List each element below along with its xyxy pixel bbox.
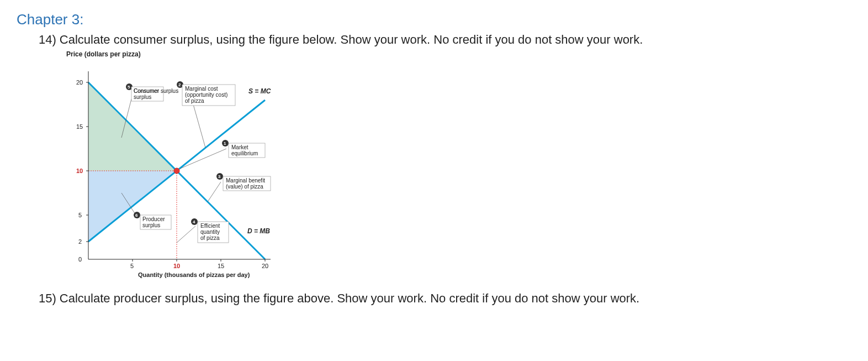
svg-text:20: 20 [262,263,268,269]
svg-text:5: 5 [130,263,134,269]
svg-text:equilibrium: equilibrium [231,150,258,156]
svg-text:Marginal benefit: Marginal benefit [226,177,265,184]
equilibrium-point [174,168,179,174]
callout-efficient-quantity: 4 Efficient quantity of pizza [177,218,229,243]
x-axis-title: Quantity (thousands of pizzas per day) [138,271,250,278]
svg-text:15: 15 [218,263,224,269]
svg-text:Market: Market [231,144,248,150]
figure-container: Price (dollars per pizza) 20 15 10 5 [66,50,851,281]
svg-text:10: 10 [76,168,83,174]
x-ticks: 5 10 15 20 [130,259,268,269]
supply-demand-chart: 20 15 10 5 2 0 5 10 15 20 Quantity (thou… [66,60,298,281]
question-15: 15)Calculate producer surplus, using the… [39,291,851,306]
chapter-heading: Chapter 3: [17,11,851,28]
svg-text:2: 2 [78,238,82,245]
svg-text:(value) of pizza: (value) of pizza [226,184,263,190]
svg-line-50 [177,226,195,243]
svg-text:2: 2 [178,82,181,87]
demand-label: D = MB [247,227,270,235]
q15-number: 15) [39,291,56,305]
svg-text:20: 20 [76,79,83,86]
q15-text: Calculate producer surplus, using the fi… [60,291,639,305]
svg-text:of pizza: of pizza [185,98,204,104]
question-14: 14)Calculate consumer surplus, using the… [39,33,851,47]
svg-text:(opportunity cost): (opportunity cost) [185,92,227,98]
svg-text:4: 4 [193,219,195,224]
q14-number: 14) [39,33,56,46]
svg-line-25 [193,104,205,148]
svg-text:Producer: Producer [142,216,165,222]
svg-line-38 [208,182,221,202]
svg-text:surplus: surplus [142,222,160,228]
y-ticks: 20 15 10 5 2 0 [76,79,88,263]
callout-marginal-benefit: 3 Marginal benefit (value) of pizza [208,173,271,202]
svg-text:1: 1 [224,141,226,146]
svg-text:5: 5 [128,85,130,90]
svg-text:5: 5 [78,212,82,218]
svg-text:Marginal cost: Marginal cost [185,86,218,92]
supply-label: S = MC [248,87,271,95]
svg-text:of pizza: of pizza [200,235,220,241]
svg-line-32 [180,149,226,169]
svg-text:6: 6 [135,213,138,218]
svg-text:0: 0 [78,256,82,263]
svg-text:Efficient: Efficient [200,223,220,229]
callout-market-equilibrium: 1 Market equilibrium [180,140,265,169]
y-axis-title: Price (dollars per pizza) [66,50,851,58]
svg-text:quantity: quantity [200,229,220,235]
svg-text:10: 10 [173,263,180,269]
q14-text: Calculate consumer surplus, using the fi… [60,33,643,46]
svg-text:15: 15 [76,123,83,130]
callout-marginal-cost: 2 Marginal cost (opportunity cost) of pi… [177,81,235,148]
svg-text:3: 3 [218,174,221,179]
